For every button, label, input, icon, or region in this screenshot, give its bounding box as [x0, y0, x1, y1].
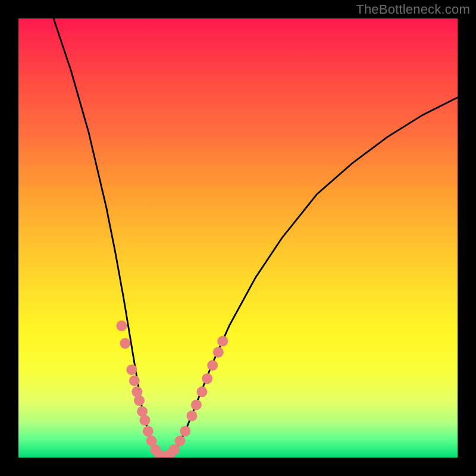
chart-frame: TheBottleneck.com: [0, 0, 476, 476]
data-marker: [197, 386, 208, 397]
data-marker: [120, 338, 130, 349]
data-marker: [187, 411, 198, 421]
bottleneck-curve: [54, 18, 458, 458]
data-marker: [207, 360, 218, 371]
data-marker: [126, 364, 137, 375]
data-marker: [143, 426, 154, 437]
data-marker: [191, 399, 202, 410]
watermark-text: TheBottleneck.com: [356, 2, 470, 17]
data-marker: [134, 395, 145, 406]
data-marker: [129, 375, 140, 386]
bottleneck-plot-svg: [18, 18, 458, 458]
data-marker: [217, 336, 228, 346]
plot-area: [18, 18, 458, 458]
data-marker: [169, 444, 180, 455]
data-marker: [175, 436, 186, 446]
data-marker: [202, 373, 212, 384]
data-marker: [213, 347, 224, 358]
data-marker: [116, 321, 127, 331]
data-marker: [140, 415, 151, 425]
data-marker: [180, 426, 190, 437]
